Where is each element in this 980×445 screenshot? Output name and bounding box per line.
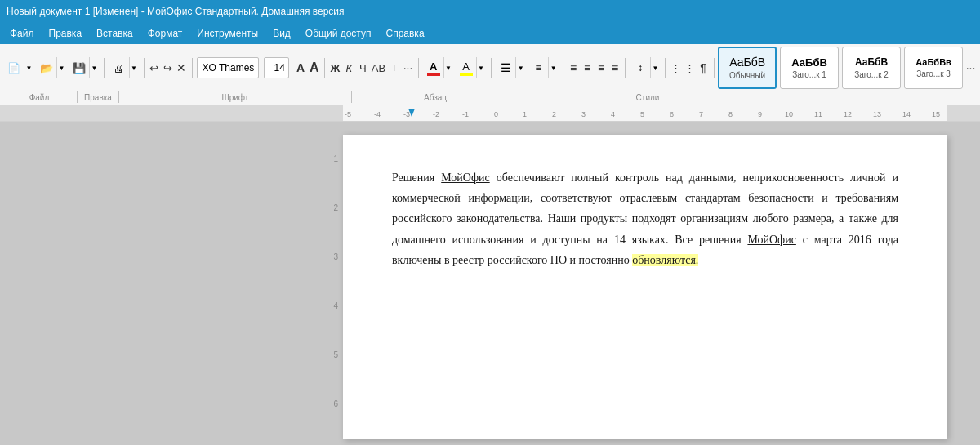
sep-10	[714, 58, 715, 78]
svg-text:-2: -2	[433, 110, 439, 118]
font-size-input[interactable]	[265, 60, 289, 75]
redo-btn[interactable]: ↪	[162, 57, 174, 78]
font-size-box: ▼	[264, 57, 289, 78]
line-num-1: 1	[0, 154, 343, 203]
line-num-4: 4	[0, 301, 343, 350]
save-document-btn[interactable]: 💾 ▼	[69, 57, 100, 78]
align-right-btn[interactable]: ≡	[595, 57, 608, 78]
svg-text:14: 14	[902, 110, 911, 118]
styles-panel: АаБбВ Обычный АаБбВ Заго...к 1 АаБбВ Заг…	[718, 47, 963, 89]
indent-list-btn[interactable]: ⋮	[670, 57, 682, 78]
menu-edit[interactable]: Правка	[42, 25, 89, 42]
numbered-list-icon: ≡	[528, 57, 548, 78]
svg-text:6: 6	[670, 110, 674, 118]
style-normal-preview: АаБбВ	[729, 56, 765, 69]
right-area	[947, 122, 980, 445]
sep-6	[491, 58, 492, 78]
underline-btn[interactable]: Ч	[357, 57, 369, 78]
clear-format-btn[interactable]: ✕	[176, 57, 188, 78]
sep-8	[625, 58, 626, 78]
italic-btn[interactable]: К	[343, 57, 355, 78]
font-size-decrease-btn[interactable]: A	[294, 57, 306, 78]
styles-more-btn[interactable]: ···	[964, 57, 977, 78]
print-btn[interactable]: 🖨 ▼	[109, 57, 140, 78]
menu-format[interactable]: Формат	[141, 25, 189, 42]
align-justify-btn[interactable]: ≡	[609, 57, 621, 78]
undo-btn[interactable]: ↩	[148, 57, 160, 78]
toolbar-row-1: 📄 ▼ 📂 ▼ 💾 ▼ 🖨 ▼ ↩ ↪ ✕ ▼	[0, 44, 980, 91]
menu-tools[interactable]: Инструменты	[190, 25, 265, 42]
svg-text:-3: -3	[403, 110, 410, 118]
menu-help[interactable]: Справка	[379, 25, 430, 42]
line-spacing-btn[interactable]: ↕ ▼	[630, 57, 661, 78]
left-margin: 1 2 3 4 5 6 7	[0, 122, 343, 445]
myoffice-link-1[interactable]: МойОфис	[441, 171, 489, 184]
style-heading3-label: Заго...к 3	[916, 69, 951, 78]
line-num-3: 3	[0, 252, 343, 301]
svg-text:12: 12	[844, 110, 852, 118]
line-num-2: 2	[0, 203, 343, 252]
font-family-box: ▼	[197, 57, 260, 78]
highlight-color-btn[interactable]: А ▼	[456, 57, 487, 78]
svg-rect-3	[947, 105, 980, 122]
style-heading2-label: Заго...к 2	[854, 70, 889, 79]
menu-insert[interactable]: Вставка	[90, 25, 140, 42]
style-normal[interactable]: АаБбВ Обычный	[718, 47, 777, 89]
numbered-list-btn[interactable]: ≡ ▼	[528, 57, 559, 78]
menu-share[interactable]: Общий доступ	[299, 25, 378, 42]
font-more-btn[interactable]: ···	[402, 57, 414, 78]
new-document-btn[interactable]: 📄 ▼	[3, 57, 34, 78]
bullet-list-btn[interactable]: ☰ ▼	[495, 57, 526, 78]
sep-4	[324, 58, 325, 78]
menu-file[interactable]: Файл	[3, 25, 41, 42]
print-arrow-icon: ▼	[129, 57, 139, 78]
align-left-btn[interactable]: ≡	[568, 57, 580, 78]
menu-view[interactable]: Вид	[266, 25, 297, 42]
text-color-btn[interactable]: А ▼	[423, 57, 454, 78]
ruler: -5 -4 -3 -2 -1 0 1 2 3 4 5 6 7 8 9 10 11…	[0, 105, 980, 122]
open-icon: 📂	[37, 57, 56, 78]
bullet-list-icon: ☰	[496, 57, 515, 78]
style-heading1-label: Заго...к 1	[792, 70, 826, 79]
document-paragraph[interactable]: Решения МойОфис обеспечивают полный конт…	[392, 167, 898, 270]
style-heading1[interactable]: АаБбВ Заго...к 1	[780, 47, 839, 89]
style-heading2[interactable]: АаБбВ Заго...к 2	[842, 47, 901, 89]
svg-text:15: 15	[932, 110, 940, 118]
superscript-btn[interactable]: Т	[388, 57, 400, 78]
new-arrow-icon: ▼	[24, 57, 33, 78]
svg-text:13: 13	[873, 110, 881, 118]
line-num-5: 5	[0, 350, 343, 399]
strikethrough-btn[interactable]: АВ	[371, 57, 386, 78]
text-color-icon: А	[424, 57, 443, 78]
svg-text:9: 9	[758, 110, 762, 118]
sep-1	[104, 58, 105, 78]
sep-5	[418, 58, 419, 78]
style-heading3[interactable]: АаБбВв Заго...к 3	[904, 47, 963, 89]
align-center-btn[interactable]: ≡	[581, 57, 594, 78]
svg-text:10: 10	[785, 110, 793, 118]
line-spacing-arrow: ▼	[650, 57, 660, 78]
save-arrow-icon: ▼	[89, 57, 99, 78]
paragraph-label: Абзац	[354, 93, 517, 102]
svg-text:-4: -4	[374, 110, 381, 118]
indent-more-btn[interactable]: ⋮	[684, 57, 696, 78]
save-icon: 💾	[69, 57, 89, 78]
myoffice-link-2[interactable]: МойОфис	[747, 234, 795, 246]
highlight-arrow-icon: ▼	[476, 57, 486, 78]
font-size-increase-btn[interactable]: A	[308, 57, 320, 78]
bullet-list-arrow: ▼	[515, 57, 525, 78]
file-label: Файл	[3, 93, 75, 102]
paragraph-mark-btn[interactable]: ¶	[697, 57, 710, 78]
svg-text:5: 5	[640, 110, 644, 118]
sep-7	[563, 58, 564, 78]
style-heading3-preview: АаБбВв	[915, 57, 951, 68]
line-spacing-icon: ↕	[630, 57, 650, 78]
title-bar: Новый документ 1 [Изменен] - МойОфис Ста…	[0, 0, 980, 23]
bold-btn[interactable]: Ж	[329, 57, 341, 78]
edit-label: Правка	[79, 93, 117, 102]
document-page[interactable]: Решения МойОфис обеспечивают полный конт…	[343, 135, 947, 439]
svg-text:7: 7	[699, 110, 703, 118]
open-document-btn[interactable]: 📂 ▼	[36, 57, 67, 78]
page-content[interactable]: Решения МойОфис обеспечивают полный конт…	[392, 167, 898, 270]
font-family-input[interactable]	[198, 60, 260, 75]
